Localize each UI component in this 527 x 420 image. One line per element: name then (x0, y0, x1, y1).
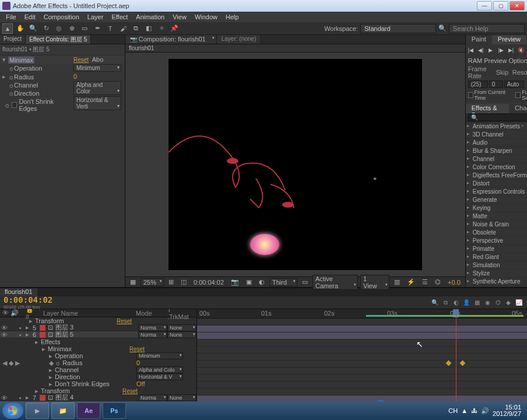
workspace-dropdown[interactable]: Standard (360, 24, 436, 33)
full-screen-checkbox[interactable] (515, 92, 521, 98)
taskbar-media-player[interactable]: ▶ (26, 402, 49, 419)
menu-layer[interactable]: Layer (84, 13, 107, 21)
view-count-dropdown[interactable]: 1 View (360, 275, 389, 290)
snapshot-icon[interactable]: 📷 (229, 278, 241, 286)
effects-category-item[interactable]: Synthetic Aperture (466, 278, 527, 286)
play-button[interactable]: ▶ (487, 46, 494, 54)
effect-minimax[interactable]: Minimax (8, 57, 34, 64)
tab-paint[interactable]: Paint (466, 35, 492, 44)
tab-character[interactable]: Characte (509, 104, 527, 113)
camera-dropdown[interactable]: Active Camera (312, 275, 358, 290)
grid-icon[interactable]: ▦ (128, 278, 138, 286)
effects-category-item[interactable]: Color Correction (466, 163, 527, 172)
roto-tool[interactable]: ✧ (156, 23, 167, 34)
tray-volume-icon[interactable]: 🔊 (481, 407, 489, 415)
tray-flag-icon[interactable]: ▲ (461, 407, 468, 414)
quality-dropdown[interactable]: Third (269, 278, 297, 286)
taskbar-after-effects[interactable]: Ae (77, 402, 100, 419)
selection-tool[interactable]: ▲ (2, 23, 13, 34)
timeline-track[interactable] (197, 382, 527, 388)
first-frame-button[interactable]: |◀ (467, 46, 475, 54)
zoom-tool[interactable]: 🔍 (28, 23, 38, 34)
maximize-button[interactable]: ▢ (493, 1, 508, 10)
region-icon[interactable]: ▣ (244, 278, 254, 286)
radius-value[interactable]: 0 (73, 73, 77, 80)
tab-layer[interactable]: Layer: (none) (217, 35, 261, 44)
close-button[interactable]: ✕ (510, 1, 525, 10)
view-icon[interactable]: ▭ (300, 278, 310, 286)
effects-category-item[interactable]: Obsolete (466, 229, 527, 237)
effects-category-item[interactable]: Digieffects FreeForm (466, 172, 527, 180)
framerate-dropdown[interactable]: (25) (468, 80, 488, 88)
effects-category-item[interactable]: Matte (466, 212, 527, 220)
effects-category-item[interactable]: Noise & Grain (466, 220, 527, 229)
pen-tool[interactable]: ✒ (92, 23, 103, 34)
prev-frame-button[interactable]: ◀| (477, 46, 484, 54)
property-row[interactable]: ◀ ◆ ▶◆☼ Radius0 (0, 359, 196, 366)
channel-dropdown[interactable]: Alpha and Color (73, 81, 121, 95)
from-current-checkbox[interactable] (468, 92, 473, 98)
shy-icon[interactable]: 👤 (462, 298, 471, 307)
resolution-dropdown[interactable]: Auto (504, 80, 524, 88)
effects-category-item[interactable]: Keying (466, 204, 527, 212)
rotate-tool[interactable]: ↻ (41, 23, 51, 34)
puppet-tool[interactable]: 📌 (169, 23, 180, 34)
menu-animation[interactable]: Animation (132, 13, 168, 21)
tray-network-icon[interactable]: 🖧 (471, 407, 477, 414)
timeline-track[interactable] (197, 332, 527, 340)
effects-category-item[interactable]: Generate (466, 196, 527, 204)
comp-flowchart-icon[interactable]: ⌬ (433, 278, 443, 286)
menu-file[interactable]: File (2, 13, 20, 21)
timeline-track[interactable] (197, 354, 527, 360)
menu-window[interactable]: Window (191, 13, 221, 21)
effects-category-item[interactable]: Expression Controls (466, 188, 527, 196)
frame-blend-icon[interactable]: ▦ (472, 298, 482, 307)
channel-icon[interactable]: ◫ (178, 278, 189, 286)
comp-mini-flowchart-icon[interactable]: ⧉ (441, 298, 450, 307)
effects-category-item[interactable]: Primatte (466, 245, 527, 253)
tab-effects-presets[interactable]: Effects & Presets (466, 104, 509, 113)
brush-tool[interactable]: 🖌 (118, 23, 128, 34)
timeline-track[interactable] (197, 326, 527, 332)
timeline-track[interactable] (197, 318, 527, 326)
search-help-input[interactable]: Search Help (449, 24, 525, 33)
about-link[interactable]: Abo (92, 56, 104, 63)
timeline-track[interactable] (197, 346, 527, 354)
property-row[interactable]: ▸OperationMinimum (0, 352, 196, 359)
property-row[interactable]: ▸Effects (0, 338, 196, 345)
skip-dropdown[interactable]: 0 (489, 80, 503, 88)
tab-composition[interactable]: 📷 Composition: flourish01 (125, 35, 217, 44)
draft-3d-icon[interactable]: ◐ (451, 298, 461, 307)
clone-tool[interactable]: ⧉ (131, 23, 141, 34)
menu-help[interactable]: Help (222, 13, 243, 21)
effects-category-item[interactable]: Channel (466, 155, 527, 163)
hand-tool[interactable]: ✋ (15, 23, 26, 34)
eraser-tool[interactable]: ◧ (143, 23, 154, 34)
shrink-checkbox[interactable] (12, 102, 17, 108)
auto-keyframe-icon[interactable]: ◆ (504, 298, 513, 307)
transparency-icon[interactable]: ◐ (257, 278, 267, 286)
next-frame-button[interactable]: |▶ (497, 46, 505, 54)
timeline-track[interactable] (197, 360, 527, 368)
timeline-track[interactable] (197, 388, 527, 396)
layer-row[interactable]: 👁▪▸6⊡图层 5NormaNone (0, 331, 196, 338)
timeline-icon[interactable]: ☰ (420, 278, 430, 286)
reset-link[interactable]: Reset (73, 57, 89, 63)
operation-dropdown[interactable]: Minimum (73, 64, 121, 72)
graph-editor-icon[interactable]: 📈 (514, 298, 524, 307)
effects-category-item[interactable]: Text (466, 286, 527, 287)
effects-category-item[interactable]: Perspective (466, 237, 527, 245)
tab-project[interactable]: Project (0, 35, 26, 44)
menu-composition[interactable]: Composition (40, 13, 83, 21)
property-row[interactable]: ▸TransformReset (0, 387, 196, 394)
tab-effect-controls[interactable]: Effect Controls: 图层 5 (26, 35, 91, 44)
menu-edit[interactable]: Edit (21, 13, 39, 21)
last-frame-button[interactable]: ▶| (507, 46, 515, 54)
effects-category-item[interactable]: Audio (466, 139, 527, 147)
current-timecode[interactable]: 0:00:04:02 (0, 295, 56, 304)
camera-tool[interactable]: ◎ (54, 23, 64, 34)
tab-preview[interactable]: Preview (492, 35, 526, 44)
effects-category-item[interactable]: 3D Channel (466, 131, 527, 139)
zoom-dropdown[interactable]: 25% (140, 278, 164, 286)
property-row[interactable]: ▸MinimaxReset (0, 345, 196, 352)
